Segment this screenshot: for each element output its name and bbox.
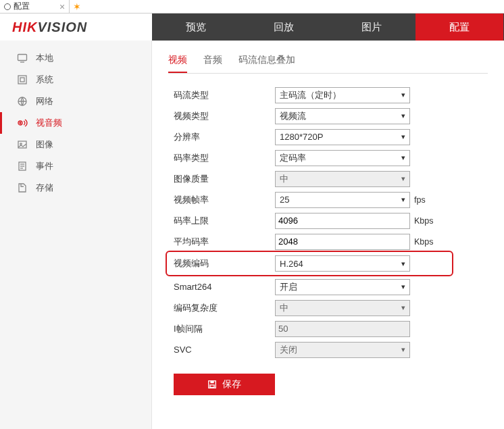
- logo-vision: VISION: [37, 20, 87, 35]
- row-video-codec: 视频编码 H.264▾: [168, 253, 451, 274]
- label-smart264: Smart264: [174, 282, 275, 292]
- sidebar-item-label: 视音频: [36, 117, 62, 129]
- globe-icon: [17, 96, 28, 107]
- system-icon: [17, 74, 28, 85]
- row-i-interval: I帧间隔: [174, 318, 504, 339]
- label-avg-bitrate: 平均码率: [174, 236, 275, 248]
- select-complexity: 中▾: [275, 300, 410, 316]
- tab-title: 配置: [14, 1, 30, 12]
- select-stream-type[interactable]: 主码流（定时）▾: [275, 87, 410, 103]
- row-resolution: 分辨率 1280*720P▾: [174, 126, 504, 147]
- unit-kbps: Kbps: [414, 237, 434, 247]
- sidebar-item-label: 图像: [36, 138, 53, 151]
- row-bitrate-type: 码率类型 定码率▾: [174, 147, 504, 168]
- nav-playback[interactable]: 回放: [240, 14, 328, 41]
- header: HIKVISION 预览 回放 图片 配置: [0, 14, 504, 41]
- row-complexity: 编码复杂度 中▾: [174, 297, 504, 318]
- svg-rect-0: [18, 55, 27, 61]
- new-tab-button[interactable]: ✶: [70, 0, 84, 13]
- nav-preview[interactable]: 预览: [152, 14, 240, 41]
- row-framerate: 视频帧率 25▾ fps: [174, 189, 504, 210]
- label-i-interval: I帧间隔: [174, 323, 275, 335]
- svg-rect-3: [20, 78, 24, 82]
- row-svc: SVC 关闭▾: [174, 339, 504, 360]
- row-avg-bitrate: 平均码率 Kbps: [174, 231, 504, 252]
- select-video-type[interactable]: 视频流▾: [275, 108, 410, 124]
- select-bitrate-type[interactable]: 定码率▾: [275, 150, 410, 166]
- svg-point-8: [20, 143, 22, 145]
- save-button-label: 保存: [222, 378, 241, 390]
- subtab-video[interactable]: 视频: [168, 51, 187, 73]
- select-resolution[interactable]: 1280*720P▾: [275, 129, 410, 145]
- svg-rect-15: [210, 385, 214, 388]
- svg-rect-2: [18, 76, 26, 84]
- top-nav: 预览 回放 图片 配置: [152, 14, 504, 41]
- chevron-down-icon: ▾: [401, 195, 405, 204]
- select-svc: 关闭▾: [275, 342, 410, 358]
- logo: HIKVISION: [0, 14, 152, 41]
- label-bitrate-max: 码率上限: [174, 215, 275, 227]
- label-image-quality: 图像质量: [174, 173, 275, 185]
- chevron-down-icon: ▾: [401, 153, 405, 162]
- label-complexity: 编码复杂度: [174, 302, 275, 314]
- svg-rect-14: [210, 381, 213, 384]
- sidebar-item-label: 存储: [36, 182, 53, 194]
- event-icon: [17, 161, 28, 172]
- label-stream-type: 码流类型: [174, 89, 275, 101]
- label-svc: SVC: [174, 345, 275, 355]
- sidebar-item-event[interactable]: 事件: [0, 155, 151, 177]
- sidebar-item-image[interactable]: 图像: [0, 134, 151, 155]
- chevron-down-icon: ▾: [401, 132, 405, 141]
- input-i-interval: [275, 321, 410, 337]
- audiovideo-icon: [17, 118, 28, 128]
- label-framerate: 视频帧率: [174, 194, 275, 206]
- row-video-type: 视频类型 视频流▾: [174, 105, 504, 126]
- tab-favicon-icon: [4, 3, 11, 10]
- subtabs: 视频 音频 码流信息叠加: [168, 51, 488, 74]
- label-video-codec: 视频编码: [174, 257, 275, 270]
- select-image-quality: 中▾: [275, 171, 410, 187]
- sidebar-item-system[interactable]: 系统: [0, 69, 151, 91]
- row-smart264: Smart264 开启▾: [174, 276, 504, 297]
- label-bitrate-type: 码率类型: [174, 152, 275, 164]
- input-bitrate-max[interactable]: [275, 213, 410, 229]
- row-bitrate-max: 码率上限 Kbps: [174, 210, 504, 231]
- subtab-streaminfo[interactable]: 码流信息叠加: [238, 51, 295, 73]
- browser-tab[interactable]: 配置 ×: [0, 0, 70, 13]
- chevron-down-icon: ▾: [401, 174, 405, 183]
- logo-hik: HIK: [12, 20, 37, 35]
- sidebar-item-audiovideo[interactable]: 视音频: [0, 112, 151, 134]
- select-framerate[interactable]: 25▾: [275, 192, 410, 208]
- video-settings-form: 码流类型 主码流（定时）▾ 视频类型 视频流▾ 分辨率 1280*720P▾ 码…: [168, 84, 504, 395]
- chevron-down-icon: ▾: [401, 111, 405, 120]
- main: 本地 系统 网络 视音频 图像 事件 存储 视频 音频: [0, 41, 504, 429]
- save-icon: [207, 380, 217, 389]
- sidebar-item-local[interactable]: 本地: [0, 47, 151, 69]
- save-button[interactable]: 保存: [174, 374, 275, 395]
- chevron-down-icon: ▾: [401, 303, 405, 312]
- sidebar: 本地 系统 网络 视音频 图像 事件 存储: [0, 41, 152, 429]
- label-video-type: 视频类型: [174, 110, 275, 122]
- chevron-down-icon: ▾: [401, 282, 405, 291]
- subtab-audio[interactable]: 音频: [203, 51, 222, 73]
- sidebar-item-storage[interactable]: 存储: [0, 177, 151, 199]
- chevron-down-icon: ▾: [401, 91, 405, 99]
- nav-config[interactable]: 配置: [415, 14, 503, 41]
- unit-fps: fps: [414, 195, 426, 205]
- select-smart264[interactable]: 开启▾: [275, 279, 410, 295]
- monitor-icon: [17, 53, 28, 64]
- browser-tabstrip: 配置 × ✶: [0, 0, 504, 14]
- sidebar-item-label: 网络: [36, 95, 53, 107]
- chevron-down-icon: ▾: [401, 259, 405, 268]
- nav-picture[interactable]: 图片: [328, 14, 415, 41]
- unit-kbps: Kbps: [414, 216, 434, 226]
- select-video-codec[interactable]: H.264▾: [275, 255, 410, 272]
- image-icon: [17, 139, 28, 150]
- row-stream-type: 码流类型 主码流（定时）▾: [174, 84, 504, 105]
- sidebar-item-network[interactable]: 网络: [0, 91, 151, 112]
- tab-close-icon[interactable]: ×: [59, 2, 65, 11]
- content: 视频 音频 码流信息叠加 码流类型 主码流（定时）▾ 视频类型 视频流▾ 分辨率…: [152, 41, 504, 429]
- sidebar-item-label: 本地: [36, 52, 53, 64]
- input-avg-bitrate[interactable]: [275, 234, 410, 250]
- row-image-quality: 图像质量 中▾: [174, 168, 504, 189]
